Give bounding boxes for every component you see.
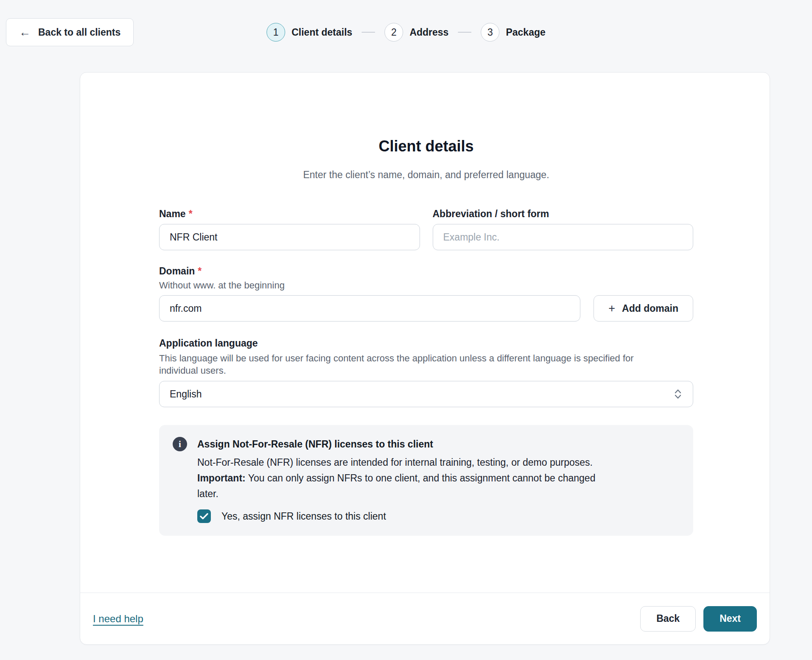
nfr-checkbox-row: Yes, assign NFR licenses to this client: [197, 509, 595, 523]
page-title: Client details: [159, 137, 693, 156]
language-select[interactable]: English: [159, 381, 693, 407]
language-field-group: Application language This language will …: [159, 337, 693, 407]
nfr-content: Assign Not-For-Resale (NFR) licenses to …: [197, 437, 595, 523]
step-1-circle: 1: [266, 23, 285, 42]
required-asterisk: *: [198, 266, 202, 277]
name-input[interactable]: [159, 224, 420, 250]
nfr-checkbox-label: Yes, assign NFR licenses to this client: [221, 511, 386, 522]
nfr-info-box: i Assign Not-For-Resale (NFR) licenses t…: [159, 425, 693, 536]
nfr-checkbox[interactable]: [197, 509, 211, 523]
checkmark-icon: [200, 513, 208, 520]
add-domain-label: Add domain: [622, 303, 678, 314]
step-2-circle: 2: [384, 23, 403, 42]
required-asterisk: *: [189, 208, 193, 219]
back-to-all-clients-button[interactable]: ← Back to all clients: [6, 18, 134, 46]
step-address[interactable]: 2 Address: [384, 23, 448, 42]
step-3-label: Package: [506, 27, 545, 38]
add-domain-button[interactable]: + Add domain: [594, 295, 693, 322]
name-label: Name*: [159, 207, 420, 220]
arrow-left-icon: ←: [19, 27, 31, 38]
client-details-card: Client details Enter the client’s name, …: [80, 72, 770, 645]
client-details-form: Name* Abbreviation / short form Domain* …: [159, 207, 693, 536]
language-label: Application language: [159, 337, 693, 350]
domain-input[interactable]: [159, 295, 580, 322]
language-selected-value: English: [170, 389, 202, 400]
step-3-circle: 3: [481, 23, 499, 42]
nfr-body: Not-For-Resale (NFR) licenses are intend…: [197, 455, 595, 502]
domain-field-group: Domain* Without www. at the beginning + …: [159, 265, 693, 322]
step-package[interactable]: 3 Package: [481, 23, 545, 42]
language-description: This language will be used for user faci…: [159, 352, 693, 377]
step-client-details[interactable]: 1 Client details: [266, 23, 352, 42]
card-content: Client details Enter the client’s name, …: [80, 73, 770, 593]
chevron-up-down-icon: [672, 388, 683, 400]
page-subtitle: Enter the client’s name, domain, and pre…: [159, 168, 693, 181]
domain-label: Domain*: [159, 265, 693, 277]
nfr-title: Assign Not-For-Resale (NFR) licenses to …: [197, 437, 595, 451]
back-button-label: Back to all clients: [38, 27, 120, 38]
card-footer: I need help Back Next: [80, 593, 770, 644]
step-2-label: Address: [409, 27, 448, 38]
step-connector: [361, 32, 375, 33]
domain-helper-text: Without www. at the beginning: [159, 280, 693, 291]
help-link[interactable]: I need help: [93, 613, 143, 625]
info-icon: i: [173, 437, 187, 451]
abbreviation-field-group: Abbreviation / short form: [433, 207, 694, 250]
abbreviation-label: Abbreviation / short form: [433, 207, 694, 220]
plus-icon: +: [608, 303, 615, 314]
next-button[interactable]: Next: [703, 606, 757, 632]
step-1-label: Client details: [291, 27, 352, 38]
abbreviation-input[interactable]: [433, 224, 694, 250]
back-button[interactable]: Back: [640, 606, 696, 632]
name-field-group: Name*: [159, 207, 420, 250]
step-connector: [458, 32, 471, 33]
wizard-stepper: 1 Client details 2 Address 3 Package: [266, 23, 546, 42]
